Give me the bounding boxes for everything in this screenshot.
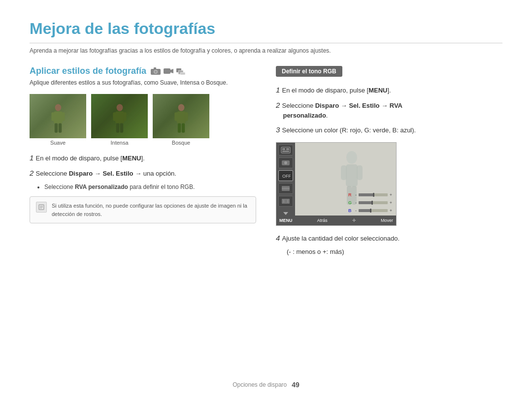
slider-g-handle [371, 201, 373, 205]
camera-ui: OFF [276, 142, 397, 226]
slider-r-plus: + [390, 192, 392, 197]
left-section-title: Aplicar estilos de fotografía [30, 66, 256, 76]
cam-arrow-icon [283, 212, 289, 216]
left-column: Aplicar estilos de fotografía [30, 66, 256, 255]
slider-g-plus: + [390, 200, 392, 205]
multi-icon [176, 67, 187, 75]
right-step4-text: Ajuste la cantidad del color seleccionad… [282, 235, 399, 242]
step1-number: 1 [30, 154, 36, 162]
photo-label-suave: Suave [50, 140, 66, 146]
svg-point-9 [55, 104, 61, 111]
cam-icon-svg-2 [281, 159, 291, 166]
photo-label-bosque: Bosque [172, 140, 190, 146]
slider-g-bar [359, 201, 388, 204]
slider-g-fill [359, 201, 371, 204]
section-icons [150, 67, 187, 75]
page-title: Mejora de las fotografías [30, 20, 502, 43]
person-suave [48, 101, 68, 136]
cam-icon-2 [278, 157, 293, 168]
right-step1-number: 1 [276, 86, 282, 94]
slider-r-label: R [348, 192, 353, 197]
photo-label-intensa: Intensa [110, 140, 128, 146]
left-section-desc: Aplique diferentes estilos a sus fotogra… [30, 78, 256, 87]
svg-rect-19 [116, 123, 119, 133]
right-step-2: 2 Seleccione Disparo → Sel. Estilo → RVA… [276, 100, 502, 121]
slider-g-minus: - [355, 200, 357, 205]
slider-b-plus: + [390, 208, 392, 213]
cam-icon-svg-1 [281, 147, 291, 154]
cam-move-label: Mover [381, 218, 393, 223]
svg-rect-10 [54, 112, 63, 123]
slider-b: B - + [348, 208, 392, 213]
svg-rect-32 [282, 148, 285, 150]
page-subtitle: Aprenda a mejorar las fotografías gracia… [30, 47, 502, 54]
cam-sliders: R - + G - [344, 192, 396, 213]
svg-rect-12 [62, 112, 65, 121]
slider-r-minus: - [355, 192, 357, 197]
svg-rect-3 [154, 67, 156, 69]
cam-icon-svg-5 [281, 198, 291, 205]
cam-icon-1 [278, 145, 293, 155]
photo-thumb-intensa [91, 94, 148, 138]
svg-rect-14 [58, 123, 61, 133]
photo-intensa: Intensa [91, 94, 148, 146]
cam-bottom-bar: MENU Atrás ✛ Mover [276, 216, 396, 225]
photos-row: Suave Intensa [30, 94, 256, 146]
footer-text: Opciones de disparo [233, 381, 287, 388]
right-steps: 1 En el modo de disparo, pulse [MENU]. 2… [276, 85, 502, 255]
svg-rect-33 [286, 148, 289, 150]
right-step1-text: En el modo de disparo, pulse [MENU]. [282, 87, 391, 94]
slider-b-fill [359, 209, 370, 212]
svg-marker-5 [170, 69, 173, 73]
svg-rect-13 [54, 123, 57, 133]
svg-rect-46 [341, 165, 347, 180]
svg-rect-20 [120, 123, 123, 133]
person-intensa [110, 101, 130, 136]
svg-rect-34 [282, 151, 289, 152]
svg-rect-40 [282, 199, 290, 204]
svg-rect-11 [51, 112, 54, 121]
svg-rect-22 [177, 112, 186, 123]
right-step4-number: 4 [276, 234, 282, 242]
svg-rect-24 [185, 112, 188, 121]
svg-point-36 [284, 161, 287, 164]
right-step2-number: 2 [276, 101, 282, 109]
slider-r: R - + [348, 192, 392, 197]
left-steps: 1 En el modo de disparo, pulse [MENU]. 2… [30, 153, 256, 191]
slider-b-minus: - [355, 208, 357, 213]
note-box: Si utiliza esta función, no puede config… [30, 196, 256, 223]
cam-back-label: Atrás [317, 218, 328, 223]
slider-g: G - + [348, 200, 392, 205]
right-step-4: 4 Ajuste la cantidad del color seleccion… [276, 233, 502, 244]
step2-text: Seleccione Disparo → Sel. Estilo → una o… [36, 170, 176, 177]
svg-point-15 [116, 104, 123, 111]
definir-tono-label: Definir el tono RGB [276, 66, 342, 77]
slider-r-bar [359, 193, 388, 196]
slider-g-label: G [348, 200, 353, 205]
right-column: Definir el tono RGB 1 En el modo de disp… [276, 66, 502, 255]
note-text: Si utiliza esta función, no puede config… [52, 202, 250, 218]
video-icon [163, 67, 174, 75]
svg-point-21 [178, 104, 184, 111]
svg-rect-45 [346, 164, 358, 186]
slider-r-fill [359, 193, 373, 196]
step1-text: En el modo de disparo, pulse [MENU]. [36, 154, 145, 162]
cam-menu-label: MENU [279, 218, 293, 223]
cam-icon-3: OFF [278, 170, 293, 181]
person-bosque [171, 101, 191, 136]
left-step-2: 2 Seleccione Disparo → Sel. Estilo → una… [30, 168, 256, 179]
page-footer: Opciones de disparo 49 [0, 381, 532, 389]
svg-rect-25 [177, 123, 180, 133]
step2-number: 2 [30, 169, 36, 177]
right-step-1: 1 En el modo de disparo, pulse [MENU]. [276, 85, 502, 96]
right-step2-text: Seleccione Disparo → Sel. Estilo → RVA p… [276, 102, 402, 120]
slider-b-bar [359, 209, 388, 212]
pencil-icon [38, 204, 45, 211]
photo-thumb-bosque [153, 94, 209, 138]
bullet-item-1: Seleccione RVA personalizado para defini… [44, 183, 256, 191]
photo-suave: Suave [30, 94, 86, 146]
page-container: Mejora de las fotografías Aprenda a mejo… [0, 0, 532, 401]
right-step3-number: 3 [276, 125, 282, 134]
svg-marker-43 [283, 212, 288, 215]
left-step-1: 1 En el modo de disparo, pulse [MENU]. [30, 153, 256, 164]
